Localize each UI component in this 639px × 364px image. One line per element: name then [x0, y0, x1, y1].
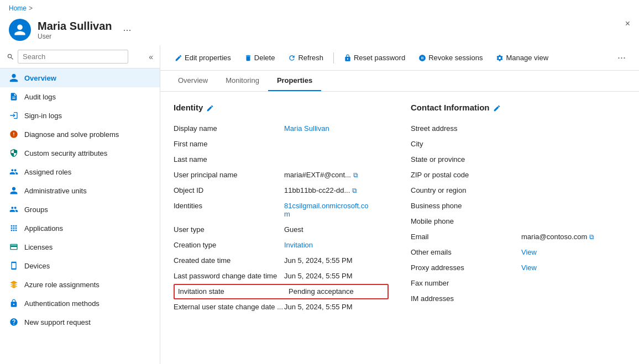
delete-label: Delete [254, 54, 275, 62]
sidebar-item-audit-logs[interactable]: Audit logs [0, 87, 160, 106]
devices-icon [9, 261, 19, 271]
property-other-emails-label: Other emails [411, 248, 521, 256]
property-im-addresses-label: IM addresses [411, 294, 521, 303]
properties-content: Identity Display name Maria Sullivan Fir… [160, 92, 639, 364]
manage-view-button[interactable]: Manage view [490, 51, 554, 65]
property-other-emails-value[interactable]: View [521, 248, 537, 256]
refresh-label: Refresh [298, 54, 323, 62]
upn-copy-icon[interactable]: ⧉ [353, 171, 358, 179]
sidebar-item-devices[interactable]: Devices [0, 256, 160, 275]
property-proxy-addresses-label: Proxy addresses [411, 263, 521, 272]
property-email-value: maria@contoso.com ⧉ [521, 233, 594, 241]
admin-icon [9, 186, 19, 196]
property-email: Email maria@contoso.com ⧉ [411, 229, 626, 245]
reset-password-icon [344, 54, 352, 62]
sidebar-item-applications[interactable]: Applications [0, 219, 160, 238]
property-mobile-phone-label: Mobile phone [411, 217, 521, 225]
property-im-addresses: IM addresses [411, 291, 626, 307]
contact-edit-icon[interactable] [493, 103, 501, 112]
property-last-name: Last name [174, 152, 389, 167]
content-area: Edit properties Delete Refresh Reset pas [160, 45, 639, 364]
sidebar-item-support[interactable]: New support request [0, 313, 160, 331]
property-object-id: Object ID 11bb11bb-cc22-dd... ⧉ [174, 183, 389, 198]
email-copy-icon[interactable]: ⧉ [589, 233, 594, 241]
breadcrumb-home[interactable]: Home [9, 4, 27, 12]
user-more-button[interactable]: ··· [123, 24, 132, 36]
toolbar-separator [333, 52, 334, 64]
property-identities-label: Identities [174, 202, 284, 210]
property-proxy-addresses: Proxy addresses View [411, 260, 626, 276]
refresh-icon [288, 54, 296, 62]
delete-button[interactable]: Delete [239, 51, 281, 65]
tab-monitoring[interactable]: Monitoring [217, 71, 268, 91]
audit-icon [9, 92, 19, 102]
tab-properties[interactable]: Properties [268, 71, 321, 91]
property-business-phone-label: Business phone [411, 202, 521, 210]
licenses-icon [9, 242, 19, 252]
sidebar-item-licenses-label: Licenses [24, 243, 53, 251]
security-icon [9, 148, 19, 158]
sidebar-item-assigned-roles[interactable]: Assigned roles [0, 162, 160, 181]
sidebar-item-assigned-roles-label: Assigned roles [24, 168, 71, 176]
tab-overview[interactable]: Overview [169, 71, 217, 91]
close-button[interactable]: × [625, 19, 630, 29]
property-fax: Fax number [411, 276, 626, 291]
search-input[interactable] [18, 50, 128, 64]
breadcrumb: Home > [0, 0, 639, 17]
property-identities: Identities 81csilgmail.onmicrosoft.co m [174, 198, 389, 222]
sidebar-item-overview-label: Overview [24, 74, 56, 82]
property-city: City [411, 136, 626, 152]
toolbar-more-button[interactable]: ··· [613, 50, 630, 66]
main-layout: « Overview Audit logs Sign-in logs [0, 45, 639, 364]
revoke-sessions-label: Revoke sessions [428, 54, 483, 62]
roles-icon [9, 167, 19, 177]
breadcrumb-separator: > [29, 4, 33, 12]
property-invitation-state-value: Pending acceptance [289, 287, 354, 296]
auth-icon [9, 298, 19, 308]
collapse-sidebar-button[interactable]: « [149, 52, 153, 61]
revoke-sessions-button[interactable]: Revoke sessions [413, 51, 488, 65]
object-id-copy-icon[interactable]: ⧉ [352, 187, 357, 194]
sidebar-item-groups[interactable]: Groups [0, 200, 160, 219]
property-upn-label: User principal name [174, 171, 284, 179]
property-created-datetime-label: Created date time [174, 256, 284, 265]
sidebar-item-auth-methods[interactable]: Authentication methods [0, 294, 160, 313]
toolbar: Edit properties Delete Refresh Reset pas [160, 45, 639, 71]
sidebar-item-overview[interactable]: Overview [0, 68, 160, 87]
identity-title-text: Identity [174, 103, 203, 112]
property-proxy-addresses-value[interactable]: View [521, 263, 537, 272]
edit-icon [175, 54, 182, 62]
property-object-id-label: Object ID [174, 186, 284, 194]
edit-properties-label: Edit properties [185, 54, 231, 62]
tab-properties-label: Properties [277, 76, 312, 85]
property-creation-type-label: Creation type [174, 241, 284, 249]
contact-title: Contact Information [411, 103, 626, 112]
sidebar-item-support-label: New support request [24, 318, 91, 326]
refresh-button[interactable]: Refresh [282, 51, 329, 65]
identity-edit-icon[interactable] [206, 103, 214, 112]
property-user-type-label: User type [174, 225, 284, 234]
sidebar-item-admin-units[interactable]: Administrative units [0, 181, 160, 200]
property-creation-type: Creation type Invitation [174, 238, 389, 253]
sidebar-item-diagnose[interactable]: Diagnose and solve problems [0, 125, 160, 144]
edit-properties-button[interactable]: Edit properties [169, 51, 237, 65]
property-state: State or province [411, 152, 626, 167]
reset-password-button[interactable]: Reset password [338, 51, 411, 65]
delete-icon [244, 54, 252, 62]
contact-title-text: Contact Information [411, 103, 490, 112]
sidebar-item-azure-roles[interactable]: Azure role assignments [0, 275, 160, 294]
user-header: Maria Sullivan User ··· × [0, 17, 639, 45]
search-bar: « [0, 45, 160, 68]
property-created-datetime: Created date time Jun 5, 2024, 5:55 PM [174, 253, 389, 268]
property-business-phone: Business phone [411, 198, 626, 214]
property-first-name: First name [174, 136, 389, 152]
property-user-type: User type Guest [174, 222, 389, 238]
property-user-type-value: Guest [284, 225, 303, 234]
sidebar-item-sign-in-logs[interactable]: Sign-in logs [0, 106, 160, 125]
user-role: User [38, 33, 112, 40]
sidebar-item-admin-units-label: Administrative units [24, 187, 87, 195]
sidebar-item-custom-security[interactable]: Custom security attributes [0, 144, 160, 162]
sidebar-item-audit-logs-label: Audit logs [24, 93, 56, 101]
property-last-name-label: Last name [174, 155, 284, 163]
sidebar-item-licenses[interactable]: Licenses [0, 238, 160, 256]
